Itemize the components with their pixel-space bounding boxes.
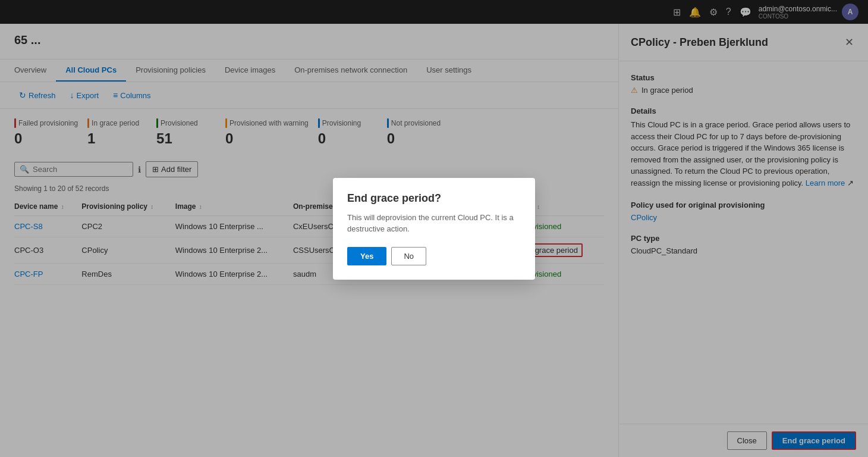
dialog-yes-button[interactable]: Yes <box>347 247 386 265</box>
dialog: End grace period? This will deprovision … <box>333 178 535 280</box>
dialog-overlay: End grace period? This will deprovision … <box>0 0 868 457</box>
dialog-title: End grace period? <box>347 192 521 205</box>
dialog-body: This will deprovision the current Cloud … <box>347 212 521 235</box>
dialog-buttons: Yes No <box>347 247 521 265</box>
dialog-no-button[interactable]: No <box>391 247 426 265</box>
